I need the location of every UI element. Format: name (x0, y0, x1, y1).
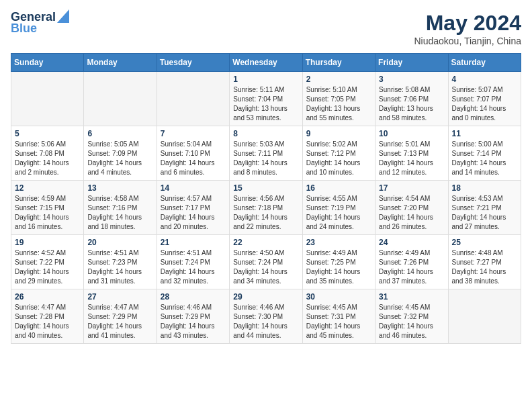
day-number: 7 (161, 129, 226, 138)
weekday-header-wednesday: Wednesday (230, 54, 302, 72)
calendar-cell: 30Sunrise: 4:45 AMSunset: 7:31 PMDayligh… (302, 289, 375, 344)
weekday-header-saturday: Saturday (448, 54, 521, 72)
calendar-cell: 10Sunrise: 5:01 AMSunset: 7:13 PMDayligh… (375, 126, 448, 181)
calendar-cell: 12Sunrise: 4:59 AMSunset: 7:15 PMDayligh… (11, 181, 84, 235)
day-info: Sunrise: 5:04 AMSunset: 7:10 PMDaylight:… (161, 140, 226, 177)
day-number: 5 (15, 129, 80, 138)
calendar-cell: 21Sunrise: 4:51 AMSunset: 7:24 PMDayligh… (157, 235, 229, 289)
calendar-cell: 17Sunrise: 4:54 AMSunset: 7:20 PMDayligh… (375, 181, 448, 235)
calendar-cell: 15Sunrise: 4:56 AMSunset: 7:18 PMDayligh… (230, 181, 302, 235)
calendar-week-row: 1Sunrise: 5:11 AMSunset: 7:04 PMDaylight… (11, 72, 521, 126)
day-number: 6 (87, 129, 152, 138)
day-info: Sunrise: 5:01 AMSunset: 7:13 PMDaylight:… (379, 140, 444, 177)
day-number: 4 (452, 75, 517, 84)
calendar-week-row: 26Sunrise: 4:47 AMSunset: 7:28 PMDayligh… (11, 289, 521, 344)
day-number: 25 (452, 238, 517, 247)
day-number: 24 (379, 238, 444, 247)
calendar-cell: 2Sunrise: 5:10 AMSunset: 7:05 PMDaylight… (302, 72, 375, 126)
day-info: Sunrise: 4:59 AMSunset: 7:15 PMDaylight:… (15, 194, 80, 232)
day-number: 22 (233, 238, 298, 247)
day-number: 29 (233, 292, 298, 302)
day-number: 14 (161, 183, 226, 193)
calendar-cell: 19Sunrise: 4:52 AMSunset: 7:22 PMDayligh… (11, 235, 84, 289)
calendar-cell: 25Sunrise: 4:48 AMSunset: 7:27 PMDayligh… (448, 235, 521, 289)
calendar-cell (11, 72, 84, 126)
day-info: Sunrise: 5:05 AMSunset: 7:09 PMDaylight:… (87, 140, 152, 177)
calendar-cell: 26Sunrise: 4:47 AMSunset: 7:28 PMDayligh… (11, 289, 84, 344)
logo-icon (57, 9, 69, 23)
main-title: May 2024 (414, 11, 521, 36)
calendar-cell (157, 72, 229, 126)
day-number: 31 (379, 292, 444, 302)
calendar-cell: 24Sunrise: 4:49 AMSunset: 7:26 PMDayligh… (375, 235, 448, 289)
calendar-cell: 14Sunrise: 4:57 AMSunset: 7:17 PMDayligh… (157, 181, 229, 235)
day-number: 16 (306, 183, 371, 193)
day-info: Sunrise: 4:47 AMSunset: 7:29 PMDaylight:… (87, 303, 152, 340)
day-number: 17 (379, 183, 444, 193)
day-number: 11 (452, 129, 517, 138)
day-info: Sunrise: 5:06 AMSunset: 7:08 PMDaylight:… (15, 140, 80, 177)
calendar-cell: 7Sunrise: 5:04 AMSunset: 7:10 PMDaylight… (157, 126, 229, 181)
day-info: Sunrise: 4:54 AMSunset: 7:20 PMDaylight:… (379, 194, 444, 232)
day-info: Sunrise: 4:45 AMSunset: 7:31 PMDaylight:… (306, 303, 371, 340)
day-info: Sunrise: 5:08 AMSunset: 7:06 PMDaylight:… (379, 85, 444, 123)
calendar-cell: 20Sunrise: 4:51 AMSunset: 7:23 PMDayligh… (84, 235, 157, 289)
day-number: 13 (87, 183, 152, 193)
calendar-cell: 22Sunrise: 4:50 AMSunset: 7:24 PMDayligh… (230, 235, 302, 289)
day-number: 18 (452, 183, 517, 193)
page-header: General Blue May 2024 Niudaokou, Tianjin… (11, 11, 521, 46)
calendar-cell: 23Sunrise: 4:49 AMSunset: 7:25 PMDayligh… (302, 235, 375, 289)
day-info: Sunrise: 4:58 AMSunset: 7:16 PMDaylight:… (87, 194, 152, 232)
day-info: Sunrise: 4:51 AMSunset: 7:23 PMDaylight:… (87, 248, 152, 286)
day-info: Sunrise: 5:00 AMSunset: 7:14 PMDaylight:… (452, 140, 517, 177)
day-info: Sunrise: 4:51 AMSunset: 7:24 PMDaylight:… (161, 248, 226, 286)
calendar-week-row: 12Sunrise: 4:59 AMSunset: 7:15 PMDayligh… (11, 181, 521, 235)
day-number: 2 (306, 75, 371, 84)
calendar-header-row: SundayMondayTuesdayWednesdayThursdayFrid… (11, 54, 521, 72)
calendar-cell: 18Sunrise: 4:53 AMSunset: 7:21 PMDayligh… (448, 181, 521, 235)
day-info: Sunrise: 4:46 AMSunset: 7:29 PMDaylight:… (161, 303, 226, 340)
day-info: Sunrise: 4:52 AMSunset: 7:22 PMDaylight:… (15, 248, 80, 286)
day-info: Sunrise: 5:11 AMSunset: 7:04 PMDaylight:… (233, 85, 298, 123)
day-info: Sunrise: 4:53 AMSunset: 7:21 PMDaylight:… (452, 194, 517, 232)
day-info: Sunrise: 4:45 AMSunset: 7:32 PMDaylight:… (379, 303, 444, 340)
calendar-cell: 27Sunrise: 4:47 AMSunset: 7:29 PMDayligh… (84, 289, 157, 344)
weekday-header-friday: Friday (375, 54, 448, 72)
day-number: 20 (87, 238, 152, 247)
calendar-cell: 5Sunrise: 5:06 AMSunset: 7:08 PMDaylight… (11, 126, 84, 181)
calendar-cell: 9Sunrise: 5:02 AMSunset: 7:12 PMDaylight… (302, 126, 375, 181)
logo: General Blue (11, 11, 69, 36)
day-number: 23 (306, 238, 371, 247)
day-info: Sunrise: 5:07 AMSunset: 7:07 PMDaylight:… (452, 85, 517, 123)
weekday-header-tuesday: Tuesday (157, 54, 229, 72)
calendar-cell: 8Sunrise: 5:03 AMSunset: 7:11 PMDaylight… (230, 126, 302, 181)
calendar-cell (84, 72, 157, 126)
day-info: Sunrise: 4:49 AMSunset: 7:26 PMDaylight:… (379, 248, 444, 286)
calendar-cell: 28Sunrise: 4:46 AMSunset: 7:29 PMDayligh… (157, 289, 229, 344)
day-info: Sunrise: 5:02 AMSunset: 7:12 PMDaylight:… (306, 140, 371, 177)
weekday-header-thursday: Thursday (302, 54, 375, 72)
day-number: 28 (161, 292, 226, 302)
calendar-cell: 3Sunrise: 5:08 AMSunset: 7:06 PMDaylight… (375, 72, 448, 126)
svg-marker-0 (57, 9, 69, 23)
day-number: 21 (161, 238, 226, 247)
day-info: Sunrise: 5:03 AMSunset: 7:11 PMDaylight:… (233, 140, 298, 177)
calendar-cell: 13Sunrise: 4:58 AMSunset: 7:16 PMDayligh… (84, 181, 157, 235)
day-info: Sunrise: 5:10 AMSunset: 7:05 PMDaylight:… (306, 85, 371, 123)
day-number: 1 (233, 75, 298, 84)
calendar-cell: 31Sunrise: 4:45 AMSunset: 7:32 PMDayligh… (375, 289, 448, 344)
day-number: 26 (15, 292, 80, 302)
weekday-header-sunday: Sunday (11, 54, 84, 72)
day-info: Sunrise: 4:48 AMSunset: 7:27 PMDaylight:… (452, 248, 517, 286)
day-info: Sunrise: 4:50 AMSunset: 7:24 PMDaylight:… (233, 248, 298, 286)
calendar-cell (448, 289, 521, 344)
day-info: Sunrise: 4:55 AMSunset: 7:19 PMDaylight:… (306, 194, 371, 232)
logo-text-blue: Blue (11, 22, 37, 36)
title-area: May 2024 Niudaokou, Tianjin, China (414, 11, 521, 46)
day-number: 30 (306, 292, 371, 302)
day-number: 8 (233, 129, 298, 138)
calendar-cell: 11Sunrise: 5:00 AMSunset: 7:14 PMDayligh… (448, 126, 521, 181)
calendar-week-row: 5Sunrise: 5:06 AMSunset: 7:08 PMDaylight… (11, 126, 521, 181)
day-number: 15 (233, 183, 298, 193)
calendar-cell: 1Sunrise: 5:11 AMSunset: 7:04 PMDaylight… (230, 72, 302, 126)
